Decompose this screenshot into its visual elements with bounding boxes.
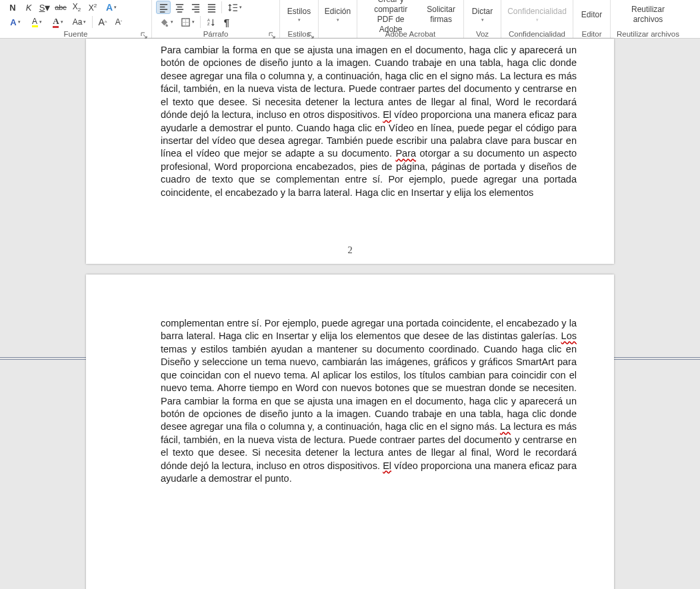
- subscript-button[interactable]: X2: [69, 1, 84, 14]
- proofing-error[interactable]: La: [500, 421, 511, 432]
- align-justify-button[interactable]: [204, 1, 219, 14]
- page-body-text[interactable]: Para cambiar la forma en que se ajusta u…: [86, 39, 614, 199]
- parrafo-launcher-icon[interactable]: [269, 32, 275, 39]
- change-case-button[interactable]: Aa▾: [69, 15, 89, 29]
- svg-text:A: A: [207, 17, 209, 21]
- align-right-button[interactable]: [188, 1, 203, 14]
- proofing-error[interactable]: Para: [395, 148, 416, 159]
- underline-button[interactable]: S▾: [37, 1, 52, 14]
- show-paragraph-marks-button[interactable]: ¶: [219, 15, 234, 29]
- borders-button[interactable]: ▾: [177, 15, 197, 29]
- group-label: Párrafo: [203, 30, 229, 38]
- bold-button[interactable]: N: [5, 1, 20, 14]
- estilos-button[interactable]: Estilos ▾: [282, 1, 316, 29]
- group-label: Reutilizar archivos: [617, 30, 679, 38]
- italic-button[interactable]: K: [21, 1, 36, 14]
- align-center-button[interactable]: [172, 1, 187, 14]
- dictar-button[interactable]: Dictar ▾: [467, 1, 498, 29]
- group-parrafo: ▾ ▾ ▾ AZ ¶ Párrafo: [152, 0, 280, 38]
- solicitar-firmas-button[interactable]: Solicitar firmas: [421, 1, 461, 29]
- group-estilos: Estilos ▾ Estilos: [280, 0, 319, 38]
- group-confidencialidad: Confidencialidad ▾ Confidencialidad: [501, 0, 573, 38]
- page-5: complementan entre sí. Por ejemplo, pued…: [86, 275, 614, 589]
- ribbon: N K S▾ abc X2 X2 A▾ A▾ A ▾: [0, 0, 700, 39]
- group-label: Voz: [476, 30, 489, 38]
- page-number: 2: [86, 245, 614, 256]
- font-outline-button[interactable]: A▾: [5, 15, 25, 29]
- shrink-font-button[interactable]: Aˇ: [111, 15, 126, 29]
- reutilizar-archivos-button[interactable]: Reutilizar archivos: [626, 1, 670, 29]
- crear-pdf-button[interactable]: Crear y compartir PDF de Adobe: [360, 1, 421, 29]
- group-label: Editor: [581, 30, 601, 38]
- proofing-error[interactable]: El: [383, 109, 391, 120]
- page-body-text[interactable]: complementan entre sí. Por ejemplo, pued…: [86, 275, 614, 485]
- group-fuente: N K S▾ abc X2 X2 A▾ A▾ A ▾: [0, 0, 152, 38]
- svg-text:Z: Z: [207, 22, 209, 26]
- text-effects-button[interactable]: A▾: [101, 1, 121, 14]
- group-label: Confidencialidad: [509, 30, 565, 38]
- proofing-error[interactable]: Los: [561, 330, 577, 341]
- group-label: Fuente: [64, 30, 88, 38]
- editor-button[interactable]: Editor: [576, 1, 607, 29]
- shading-button[interactable]: ▾: [156, 15, 176, 29]
- fuente-launcher-icon[interactable]: [141, 32, 147, 39]
- group-voz: Dictar ▾ Voz: [464, 0, 501, 38]
- superscript-button[interactable]: X2: [85, 1, 100, 14]
- group-adobe-acrobat: Crear y compartir PDF de Adobe Solicitar…: [357, 0, 464, 38]
- page-2: Para cambiar la forma en que se ajusta u…: [86, 39, 614, 264]
- group-edicion: Edición ▾: [319, 0, 357, 38]
- group-editor: Editor Editor: [573, 0, 611, 38]
- estilos-launcher-icon[interactable]: [307, 32, 314, 39]
- align-left-button[interactable]: [156, 1, 171, 14]
- font-color-button[interactable]: A ▾: [48, 15, 68, 29]
- proofing-error[interactable]: El: [383, 460, 391, 471]
- group-label: Adobe Acrobat: [385, 30, 435, 38]
- line-spacing-button[interactable]: ▾: [225, 1, 245, 14]
- sort-button[interactable]: AZ: [203, 15, 218, 29]
- group-reutilizar: Reutilizar archivos Reutilizar archivos: [611, 0, 685, 38]
- grow-font-button[interactable]: A^: [95, 15, 110, 29]
- strikethrough-button[interactable]: abc: [53, 1, 68, 14]
- edicion-button[interactable]: Edición ▾: [319, 1, 356, 29]
- document-area[interactable]: Para cambiar la forma en que se ajusta u…: [0, 39, 700, 589]
- highlight-color-button[interactable]: A ▾: [27, 15, 47, 29]
- confidencialidad-button: Confidencialidad ▾: [502, 1, 572, 29]
